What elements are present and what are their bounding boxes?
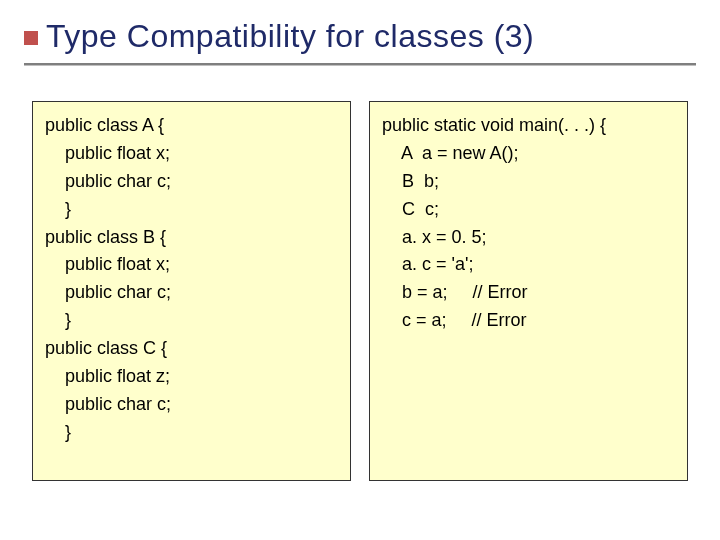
accent-square-icon <box>24 31 38 45</box>
title-row: Type Compatibility for classes (3) <box>24 18 696 55</box>
code-box-right: public static void main(. . .) { A a = n… <box>369 101 688 481</box>
slide-title: Type Compatibility for classes (3) <box>46 18 534 55</box>
title-underline <box>24 63 696 65</box>
slide: Type Compatibility for classes (3) publi… <box>0 0 720 540</box>
code-box-left: public class A { public float x; public … <box>32 101 351 481</box>
code-columns: public class A { public float x; public … <box>24 101 696 481</box>
